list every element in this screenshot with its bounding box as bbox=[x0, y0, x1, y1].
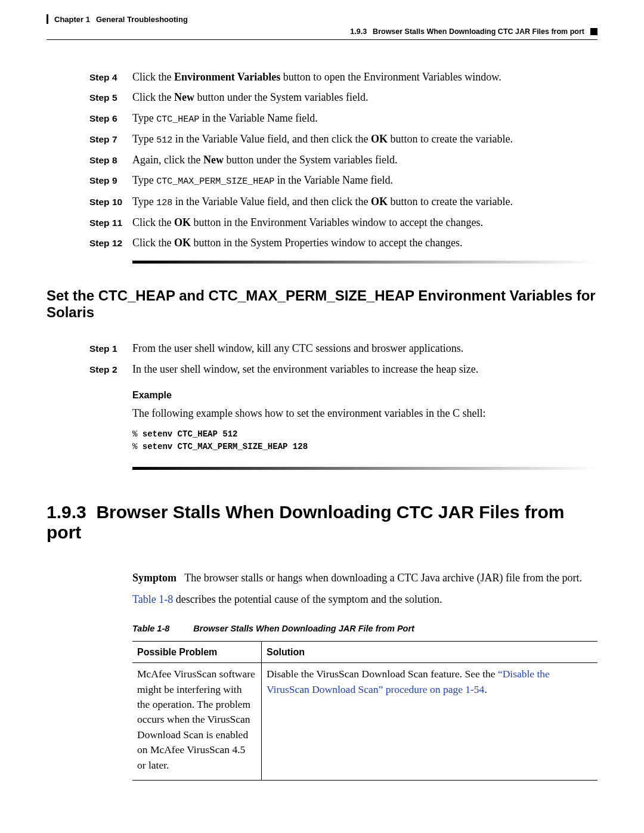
example-label: Example bbox=[132, 388, 597, 402]
step-body: Click the OK button in the Environment V… bbox=[132, 215, 597, 230]
section-heading: 1.9.3 Browser Stalls When Downloading CT… bbox=[47, 502, 597, 543]
step-row: Step 2In the user shell window, set the … bbox=[89, 362, 597, 376]
table-caption-number: Table 1-8 bbox=[132, 623, 169, 635]
section-number: 1.9.3 bbox=[350, 27, 367, 36]
header-rule-line bbox=[47, 39, 597, 40]
step-label: Step 11 bbox=[89, 218, 132, 228]
step-row: Step 7Type 512 in the Variable Value fie… bbox=[89, 132, 597, 147]
step-label: Step 6 bbox=[89, 113, 132, 124]
chapter-label: Chapter 1 bbox=[54, 15, 90, 24]
solution-post: . bbox=[484, 683, 487, 695]
table-ref-sentence: describes the potential cause of the sym… bbox=[173, 593, 442, 605]
step-list-windows: Step 4Click the Environment Variables bu… bbox=[89, 70, 597, 250]
step-label: Step 5 bbox=[89, 92, 132, 103]
table-header-problem: Possible Problem bbox=[132, 642, 262, 663]
table-caption-title: Browser Stalls When Downloading JAR File… bbox=[193, 623, 414, 635]
code-block: % setenv CTC_HEAP 512 % setenv CTC_MAX_P… bbox=[132, 428, 597, 453]
step-row: Step 6Type CTC_HEAP in the Variable Name… bbox=[89, 111, 597, 126]
table-reference-paragraph: Table 1-8 describes the potential cause … bbox=[132, 592, 597, 607]
step-label: Step 10 bbox=[89, 197, 132, 208]
step-row: Step 12Click the OK button in the System… bbox=[89, 236, 597, 250]
step-row: Step 10Type 128 in the Variable Value fi… bbox=[89, 194, 597, 209]
header-square-icon bbox=[590, 28, 597, 35]
step-body: Again, click the New button under the Sy… bbox=[132, 153, 597, 167]
step-label: Step 9 bbox=[89, 175, 132, 186]
step-label: Step 1 bbox=[89, 343, 132, 354]
section-heading-title: Browser Stalls When Downloading CTC JAR … bbox=[47, 502, 565, 542]
step-body: Type 128 in the Variable Value field, an… bbox=[132, 194, 597, 209]
section-body: Symptom The browser stalls or hangs when… bbox=[132, 570, 597, 781]
section-title: Browser Stalls When Downloading CTC JAR … bbox=[373, 27, 584, 36]
step-row: Step 11Click the OK button in the Enviro… bbox=[89, 215, 597, 230]
table-header-solution: Solution bbox=[262, 642, 598, 663]
example-intro: The following example shows how to set t… bbox=[132, 405, 597, 421]
running-header: Chapter 1 General Troubleshooting bbox=[47, 14, 597, 24]
step-body: Click the OK button in the System Proper… bbox=[132, 236, 597, 250]
section-divider bbox=[132, 467, 597, 470]
section-divider bbox=[132, 261, 597, 264]
step-label: Step 8 bbox=[89, 155, 132, 166]
step-label: Step 2 bbox=[89, 364, 132, 375]
table-cell-solution: Disable the VirusScan Download Scan feat… bbox=[262, 663, 598, 781]
step-row: Step 9Type CTC_MAX_PERM_SIZE_HEAP in the… bbox=[89, 173, 597, 188]
shell-prompt: % bbox=[132, 442, 143, 451]
step-row: Step 5Click the New button under the Sys… bbox=[89, 90, 597, 104]
shell-prompt: % bbox=[132, 429, 143, 439]
step-body: In the user shell window, set the enviro… bbox=[132, 362, 597, 376]
symptom-label: Symptom bbox=[132, 572, 177, 584]
step-body: Click the Environment Variables button t… bbox=[132, 70, 597, 84]
code-line-2: setenv CTC_MAX_PERM_SIZE_HEAP 128 bbox=[143, 442, 308, 451]
step-list-solaris: Step 1From the user shell window, kill a… bbox=[89, 341, 597, 376]
example-block: Example The following example shows how … bbox=[132, 388, 597, 453]
step-body: Type CTC_HEAP in the Variable Name field… bbox=[132, 111, 597, 126]
symptom-paragraph: Symptom The browser stalls or hangs when… bbox=[132, 570, 597, 586]
running-subheader: 1.9.3 Browser Stalls When Downloading CT… bbox=[47, 27, 597, 36]
step-label: Step 4 bbox=[89, 72, 132, 83]
step-body: From the user shell window, kill any CTC… bbox=[132, 341, 597, 355]
step-body: Type 512 in the Variable Value field, an… bbox=[132, 132, 597, 147]
header-rule bbox=[47, 14, 48, 24]
step-label: Step 12 bbox=[89, 238, 132, 249]
step-label: Step 7 bbox=[89, 134, 132, 145]
table-caption: Table 1-8 Browser Stalls When Downloadin… bbox=[132, 623, 597, 635]
subsection-heading: Set the CTC_HEAP and CTC_MAX_PERM_SIZE_H… bbox=[47, 287, 597, 321]
symptom-text: The browser stalls or hangs when downloa… bbox=[184, 572, 582, 584]
table-ref-link[interactable]: Table 1-8 bbox=[132, 593, 173, 605]
solution-pre: Disable the VirusScan Download Scan feat… bbox=[267, 668, 498, 680]
problem-solution-table: Possible Problem Solution McAfee VirusSc… bbox=[132, 641, 597, 781]
step-row: Step 1From the user shell window, kill a… bbox=[89, 341, 597, 355]
table-row: McAfee VirusScan software might be inter… bbox=[132, 663, 597, 781]
table-cell-problem: McAfee VirusScan software might be inter… bbox=[132, 663, 262, 781]
step-body: Type CTC_MAX_PERM_SIZE_HEAP in the Varia… bbox=[132, 173, 597, 188]
step-body: Click the New button under the System va… bbox=[132, 90, 597, 104]
section-heading-number: 1.9.3 bbox=[47, 502, 86, 522]
chapter-title: General Troubleshooting bbox=[96, 15, 188, 24]
step-row: Step 4Click the Environment Variables bu… bbox=[89, 70, 597, 84]
step-row: Step 8Again, click the New button under … bbox=[89, 153, 597, 167]
code-line-1: setenv CTC_HEAP 512 bbox=[143, 429, 238, 439]
